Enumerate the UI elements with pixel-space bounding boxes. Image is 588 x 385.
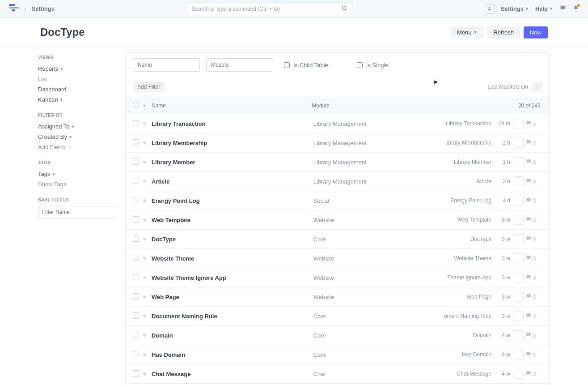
row-checkbox[interactable] — [133, 293, 139, 299]
row-comments[interactable]: 0 — [525, 216, 542, 224]
sidebar-item-tags[interactable]: Tags ▼ — [38, 169, 116, 179]
refresh-button[interactable]: Refresh — [487, 26, 520, 38]
avatar-placeholder[interactable] — [514, 330, 524, 340]
list-row[interactable]: ♥Web PageWebsiteWeb Page3 w0 — [125, 287, 550, 307]
breadcrumb-settings[interactable]: Settings — [32, 5, 55, 12]
row-checkbox[interactable] — [133, 332, 139, 338]
avatar-placeholder[interactable] — [514, 292, 524, 302]
heart-icon[interactable]: ♥ — [143, 274, 146, 281]
list-row[interactable]: ♥Library MembershipLibrary Management.ib… — [125, 133, 550, 153]
filter-name-field[interactable] — [133, 58, 200, 72]
row-name[interactable]: Energy Point Log — [152, 197, 313, 204]
row-name[interactable]: Library Transaction — [152, 120, 313, 127]
row-comments[interactable]: 0 — [525, 139, 542, 147]
sidebar-item-addfields[interactable]: Add Fields + — [38, 142, 116, 152]
sidebar-item-reports[interactable]: Reports ▼ — [38, 64, 116, 74]
row-comments[interactable]: 0 — [525, 312, 542, 320]
sidebar-item-kanban[interactable]: Kanban ▼ — [38, 94, 116, 105]
avatar-placeholder[interactable] — [514, 311, 524, 321]
avatar-placeholder[interactable] — [514, 176, 524, 186]
avatar-placeholder[interactable] — [514, 157, 524, 167]
list-row[interactable]: ♥Has DomainCoreHas Domain4 w0 — [125, 345, 550, 364]
list-row[interactable]: ♥Chat MessageChatChat Message4 w0 — [125, 364, 550, 384]
row-name[interactable]: Article — [152, 178, 313, 185]
row-comments[interactable]: 0 — [525, 351, 542, 359]
row-comments[interactable]: 0 — [525, 332, 542, 339]
row-comments[interactable]: 0 — [525, 274, 542, 282]
sidebar-item-createdby[interactable]: Created By ▼ — [38, 132, 116, 142]
list-row[interactable]: ♥Web TemplateWebsiteWeb Template3 w0 — [125, 210, 550, 230]
row-name[interactable]: Library Member — [152, 159, 313, 166]
sort-label[interactable]: Last Modified On — [487, 84, 528, 90]
row-checkbox[interactable] — [133, 312, 139, 319]
heart-icon[interactable]: ♥ — [143, 197, 146, 204]
heart-icon[interactable]: ♥ — [143, 351, 146, 358]
avatar-placeholder[interactable] — [514, 119, 524, 128]
row-checkbox[interactable] — [133, 274, 139, 280]
chat-icon[interactable] — [559, 4, 567, 13]
nav-settings[interactable]: Settings ▼ — [501, 5, 529, 12]
list-row[interactable]: ♥DomainCoreDomain4 w0 — [125, 326, 550, 345]
row-checkbox[interactable] — [133, 216, 139, 222]
sidebar-item-assignedto[interactable]: Assigned To ▼ — [38, 121, 116, 132]
is-single-checkbox[interactable] — [357, 62, 363, 68]
sidebar-item-dashboard[interactable]: Dashboard — [38, 84, 116, 94]
avatar-placeholder[interactable] — [514, 350, 524, 359]
avatar-placeholder[interactable] — [514, 253, 524, 263]
avatar-placeholder[interactable] — [514, 369, 524, 379]
list-row[interactable]: ♥ArticleLibrary ManagementArticle2 h0 — [125, 172, 550, 191]
row-name[interactable]: Has Domain — [152, 351, 313, 358]
row-checkbox[interactable] — [133, 158, 139, 165]
list-row[interactable]: ♥Document Naming RuleCoreument Naming Ru… — [125, 307, 550, 326]
row-name[interactable]: DocType — [152, 236, 313, 243]
heart-icon[interactable]: ♥ — [143, 312, 146, 320]
row-name[interactable]: Domain — [152, 332, 313, 339]
heart-icon[interactable]: ♥ — [143, 120, 146, 127]
search-input[interactable] — [192, 6, 341, 12]
sidebar-item-list[interactable]: List — [38, 74, 116, 84]
heart-icon[interactable]: ♥ — [143, 235, 146, 243]
bell-icon[interactable] — [573, 5, 579, 13]
heart-icon[interactable]: ♥ — [143, 139, 146, 146]
filter-is-single[interactable]: Is Single — [357, 62, 389, 68]
row-name[interactable]: Website Theme Ignore App — [152, 274, 313, 281]
sidebar-item-showtags[interactable]: Show Tags — [38, 179, 116, 189]
select-all-checkbox[interactable] — [133, 102, 139, 108]
row-name[interactable]: Document Naming Rule — [152, 313, 313, 320]
avatar[interactable]: A — [485, 4, 495, 14]
avatar-placeholder[interactable] — [514, 234, 524, 244]
row-checkbox[interactable] — [133, 351, 139, 357]
row-checkbox[interactable] — [133, 139, 139, 145]
list-row[interactable]: ♥Library TransactionLibrary ManagementLi… — [125, 114, 550, 133]
row-name[interactable]: Library Membership — [152, 140, 313, 146]
row-checkbox[interactable] — [133, 255, 139, 261]
row-comments[interactable]: 0 — [525, 255, 542, 262]
filter-name-input[interactable] — [38, 206, 116, 218]
heart-icon[interactable]: ♥ — [143, 178, 146, 185]
new-button[interactable]: New — [524, 26, 548, 38]
row-name[interactable]: Web Template — [152, 217, 313, 223]
heart-icon[interactable]: ♥ — [143, 216, 146, 223]
row-comments[interactable]: 0 — [525, 235, 542, 243]
avatar-placeholder[interactable] — [514, 138, 524, 148]
app-logo[interactable] — [9, 4, 19, 14]
menu-button[interactable]: Menu ▼ — [451, 26, 483, 38]
row-checkbox[interactable] — [133, 370, 139, 376]
row-name[interactable]: Website Theme — [152, 255, 313, 262]
row-checkbox[interactable] — [133, 178, 139, 184]
row-comments[interactable]: 0 — [525, 293, 542, 301]
avatar-placeholder[interactable] — [514, 215, 524, 225]
avatar-placeholder[interactable] — [514, 196, 524, 205]
list-row[interactable]: ♥Energy Point LogSocialEnergy Point Log4… — [125, 191, 550, 210]
filter-is-child-table[interactable]: Is Child Table — [284, 62, 328, 68]
row-name[interactable]: Web Page — [152, 294, 313, 300]
row-name[interactable]: Chat Message — [152, 371, 313, 377]
list-row[interactable]: ♥DocTypeCoreDocType3 w0 — [125, 230, 550, 249]
filter-module-field[interactable] — [206, 58, 273, 72]
row-comments[interactable]: 0 — [525, 197, 542, 205]
avatar-placeholder[interactable] — [514, 273, 524, 282]
heart-icon[interactable]: ♥ — [143, 158, 146, 166]
list-row[interactable]: ♥Library MemberLibrary ManagementLibrary… — [125, 153, 550, 172]
sort-direction-button[interactable]: ↓ — [532, 81, 542, 92]
heart-icon[interactable]: ♥ — [143, 293, 146, 300]
